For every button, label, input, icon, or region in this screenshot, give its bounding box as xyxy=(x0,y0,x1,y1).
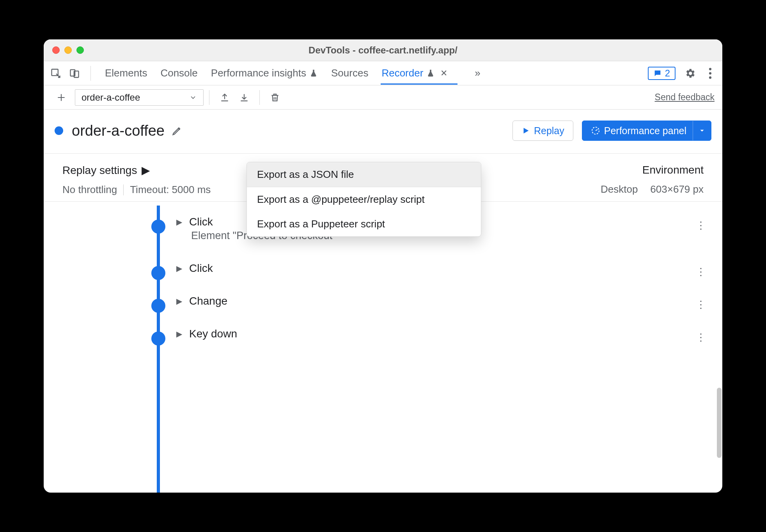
edit-title-icon[interactable] xyxy=(172,125,183,136)
header-actions: Replay Performance panel xyxy=(512,121,711,141)
environment-label: Environment xyxy=(601,164,704,176)
recording-select-value: order-a-coffee xyxy=(82,92,140,103)
recording-status-dot xyxy=(55,126,63,135)
step-item[interactable]: ▶ Key down ⋮ xyxy=(44,317,722,350)
replay-label: Replay xyxy=(534,125,564,137)
recording-select[interactable]: order-a-coffee xyxy=(75,89,204,106)
recording-header: order-a-coffee Replay Performance panel xyxy=(44,110,722,154)
tab-performance-insights[interactable]: Performance insights xyxy=(211,67,318,79)
replay-settings-block: Replay settings ▶ No throttling Timeout:… xyxy=(62,164,211,196)
svg-point-5 xyxy=(709,76,711,78)
tabs-row: Elements Console Performance insights So… xyxy=(44,61,722,85)
export-json-option[interactable]: Export as a JSON file xyxy=(247,162,481,187)
replay-settings-values: No throttling Timeout: 5000 ms xyxy=(62,184,211,196)
step-name: Change xyxy=(189,295,227,307)
step-dot xyxy=(151,220,165,234)
tab-label: Console xyxy=(160,67,197,79)
caret-right-icon[interactable]: ▶ xyxy=(176,296,182,306)
environment-block: Environment Desktop 603×679 px xyxy=(601,164,704,195)
tab-elements[interactable]: Elements xyxy=(105,67,147,79)
export-puppeteer-script-option[interactable]: Export as a Puppeteer script xyxy=(247,212,481,236)
step-dot xyxy=(151,266,165,280)
chat-icon xyxy=(653,69,662,78)
environment-values: Desktop 603×679 px xyxy=(601,183,704,195)
tabs-right-tools: 2 xyxy=(648,67,716,80)
performance-panel-label: Performance panel xyxy=(604,125,686,137)
step-item[interactable]: ▶ Change ⋮ xyxy=(44,285,722,317)
step-menu-icon[interactable]: ⋮ xyxy=(696,332,706,344)
step-item[interactable]: ▶ Click ⋮ xyxy=(44,252,722,285)
tab-recorder[interactable]: Recorder ✕ xyxy=(381,67,447,79)
step-menu-icon[interactable]: ⋮ xyxy=(696,220,706,232)
divider xyxy=(123,184,124,195)
step-menu-icon[interactable]: ⋮ xyxy=(696,266,706,278)
export-menu: Export as a JSON file Export as a @puppe… xyxy=(246,162,481,237)
inspect-element-icon[interactable] xyxy=(50,67,62,79)
scrollbar-thumb[interactable] xyxy=(717,388,722,458)
flask-icon xyxy=(426,69,435,78)
step-name: Click xyxy=(189,216,213,228)
play-icon xyxy=(521,126,530,135)
caret-right-icon[interactable]: ▶ xyxy=(176,329,182,339)
flask-icon xyxy=(309,69,318,78)
timeout-value[interactable]: Timeout: 5000 ms xyxy=(130,184,211,196)
settings-icon[interactable] xyxy=(684,67,696,79)
tab-sources[interactable]: Sources xyxy=(331,67,368,79)
replay-settings-toggle[interactable]: Replay settings ▶ xyxy=(62,164,211,177)
throttling-value[interactable]: No throttling xyxy=(62,184,117,196)
svg-point-4 xyxy=(709,72,711,74)
titlebar: DevTools - coffee-cart.netlify.app/ xyxy=(44,39,722,61)
tab-label: Elements xyxy=(105,67,147,79)
svg-point-3 xyxy=(709,68,711,70)
close-tab-icon[interactable]: ✕ xyxy=(440,68,447,78)
step-menu-icon[interactable]: ⋮ xyxy=(696,299,706,311)
window-title: DevTools - coffee-cart.netlify.app/ xyxy=(44,45,722,56)
import-icon[interactable] xyxy=(234,90,254,105)
chevron-down-icon xyxy=(189,94,197,101)
gauge-icon xyxy=(591,126,600,135)
step-dot xyxy=(151,332,165,346)
env-dimensions: 603×679 px xyxy=(650,183,704,195)
divider xyxy=(90,66,91,81)
export-puppeteer-replay-option[interactable]: Export as a @puppeteer/replay script xyxy=(247,187,481,212)
device-toggle-icon[interactable] xyxy=(69,67,80,79)
add-recording-icon[interactable] xyxy=(51,90,71,105)
caret-right-icon: ▶ xyxy=(142,164,150,177)
replay-settings-label: Replay settings xyxy=(62,164,137,177)
caret-right-icon[interactable]: ▶ xyxy=(176,264,182,273)
tab-console[interactable]: Console xyxy=(160,67,197,79)
kebab-menu-icon[interactable] xyxy=(704,67,716,79)
step-dot xyxy=(151,299,165,313)
steps-timeline: ▶ Click Element "Proceed to checkout" ⋮ … xyxy=(44,201,722,493)
tab-label: Sources xyxy=(331,67,368,79)
tab-label: Performance insights xyxy=(211,67,306,79)
recording-title: order-a-coffee xyxy=(72,122,165,139)
divider xyxy=(209,90,209,105)
caret-right-icon[interactable]: ▶ xyxy=(176,217,182,227)
step-name: Click xyxy=(189,262,213,275)
performance-panel-button[interactable]: Performance panel xyxy=(582,121,711,141)
export-icon[interactable] xyxy=(215,90,234,105)
env-device: Desktop xyxy=(601,183,638,195)
more-tabs-icon[interactable]: » xyxy=(475,67,480,79)
performance-panel-dropdown[interactable] xyxy=(693,121,711,140)
step-name: Key down xyxy=(189,328,237,340)
recorder-toolbar: order-a-coffee Send feedback xyxy=(44,85,722,110)
devtools-window: DevTools - coffee-cart.netlify.app/ Elem… xyxy=(44,39,722,493)
replay-button[interactable]: Replay xyxy=(512,121,573,141)
tab-label: Recorder xyxy=(381,67,423,79)
delete-icon[interactable] xyxy=(265,90,285,105)
divider xyxy=(259,90,260,105)
send-feedback-link[interactable]: Send feedback xyxy=(655,92,715,103)
issues-count: 2 xyxy=(665,68,670,79)
left-tool-icons xyxy=(50,66,94,81)
issues-chip[interactable]: 2 xyxy=(648,67,676,80)
panel-tabs: Elements Console Performance insights So… xyxy=(105,67,481,79)
